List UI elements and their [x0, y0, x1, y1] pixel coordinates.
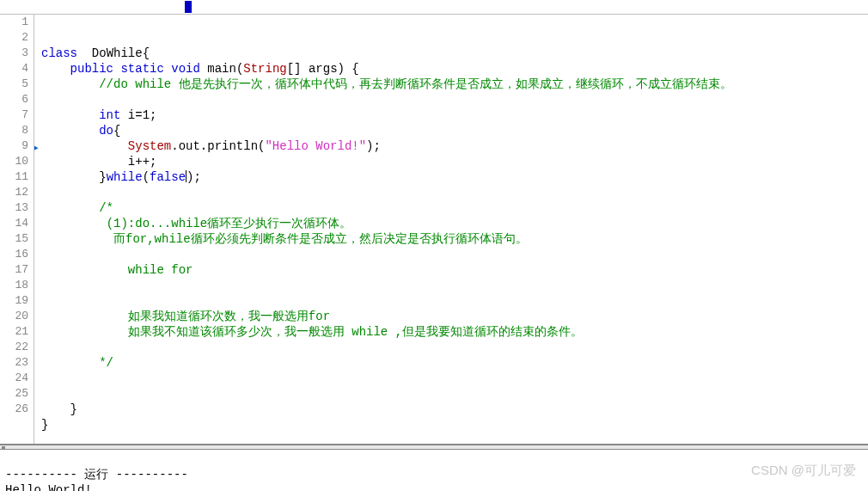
code-line: [41, 371, 48, 385]
code-line: [41, 387, 48, 401]
current-line-marker-icon: ▶: [34, 140, 39, 156]
code-line: }: [41, 418, 48, 432]
code-line: [41, 433, 48, 444]
code-line: 而for,while循环必须先判断条件是否成立，然后决定是否执行循环体语句。: [41, 232, 528, 246]
output-console[interactable]: ---------- 运行 ---------- Hello World!: [0, 450, 868, 491]
code-line: /*: [41, 201, 113, 215]
line-number-gutter: 1 2 3 4 5 6 7 8 9 10 11 12 13 14 15 16 1…: [0, 15, 34, 444]
code-line: [41, 186, 48, 199]
console-line: Hello World!: [5, 483, 92, 491]
code-line: [41, 294, 48, 308]
code-line: do{: [41, 124, 120, 138]
column-ruler: ----+----1----+----2----+----3----+----4…: [0, 0, 868, 15]
code-line: i++;: [41, 155, 156, 169]
editor: 1 2 3 4 5 6 7 8 9 10 11 12 13 14 15 16 1…: [0, 15, 868, 445]
code-line: }while(false);: [41, 170, 201, 184]
code-line: //do while 他是先执行一次，循环体中代码，再去判断循环条件是否成立，如…: [41, 77, 732, 91]
code-line: */: [41, 356, 113, 370]
code-line: System.out.println("Hello World!");: [41, 139, 381, 153]
code-line: [41, 279, 48, 292]
code-line: }: [41, 402, 77, 416]
code-line: public static void main(String[] args) {: [41, 62, 359, 76]
ruler-caret-marker: [185, 1, 192, 13]
code-line: [41, 93, 48, 107]
splitter-handle[interactable]: [0, 445, 868, 450]
code-line: 如果我不知道该循环多少次，我一般选用 while ,但是我要知道循环的结束的条件…: [41, 325, 583, 339]
code-line: 如果我知道循环次数，我一般选用for: [41, 310, 330, 323]
code-line: [41, 248, 48, 261]
code-line: (1):do...while循环至少执行一次循环体。: [41, 217, 351, 230]
code-line: int i=1;: [41, 108, 156, 122]
code-line: [41, 341, 48, 354]
code-area[interactable]: ▶ class DoWhile{ public static void main…: [34, 15, 868, 444]
console-line: ---------- 运行 ----------: [5, 468, 188, 482]
code-line: while for: [41, 263, 193, 277]
